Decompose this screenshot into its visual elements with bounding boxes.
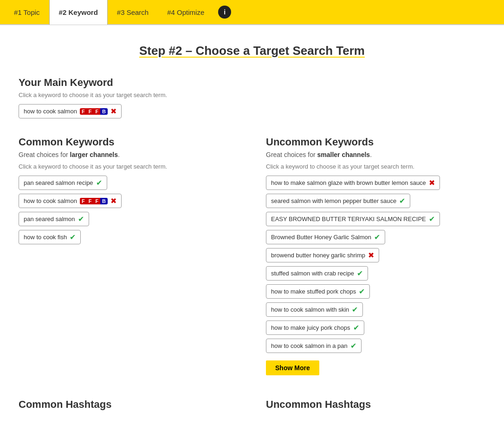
tab-search[interactable]: #3 Search [108, 0, 158, 25]
uncommon-keyword-4-text: Browned Butter Honey Garlic Salmon [271, 234, 371, 241]
nav-bar: #1 Topic #2 Keyword #3 Search #4 Optimiz… [0, 0, 504, 25]
uncommon-keyword-3-text: EASY BROWNED BUTTER TERIYAKI SALMON RECI… [271, 216, 426, 222]
common-keyword-3-text: pan seared salmon [24, 216, 75, 222]
info-icon[interactable]: i [218, 6, 231, 19]
main-keyword-title: Your Main Keyword [19, 77, 485, 89]
uncommon-keyword-2-text: seared salmon with lemon pepper butter s… [271, 197, 396, 204]
uncommon-keyword-10-text: how to cook salmon in a pan [271, 342, 348, 349]
uncommon-keyword-8-text: how to cook salmon with skin [271, 306, 349, 313]
main-keyword-section: Your Main Keyword Click a keyword to cho… [19, 77, 485, 122]
common-keyword-2-text: how to cook salmon [24, 197, 77, 204]
uncommon-keyword-1[interactable]: how to make salmon glaze with brown butt… [266, 176, 440, 190]
uncommon-keyword-10-check-icon: ✔ [350, 341, 356, 350]
main-content: Step #2 – Choose a Target Search Term Yo… [0, 25, 504, 423]
uncommon-keyword-8-check-icon: ✔ [352, 305, 358, 314]
common-keyword-3-check-icon: ✔ [78, 215, 84, 223]
uncommon-keyword-7-check-icon: ✔ [359, 287, 365, 296]
uncommon-keyword-9-text: how to make juicy pork chops [271, 324, 350, 331]
uncommon-keyword-7-text: how to make stuffed pork chops [271, 288, 356, 295]
uncommon-keyword-9-check-icon: ✔ [353, 323, 359, 332]
main-keyword-remove-icon[interactable]: ✖ [110, 107, 116, 116]
uncommon-keyword-3-check-icon: ✔ [429, 215, 435, 223]
uncommon-keyword-6[interactable]: stuffed salmon with crab recipe ✔ [266, 266, 368, 281]
main-keyword-pill[interactable]: how to cook salmon F F F B ✖ [19, 104, 122, 118]
common-hashtags-title: Common Hashtags [19, 399, 238, 411]
uncommon-keyword-5-x-icon: ✖ [368, 251, 374, 260]
uncommon-keyword-2-check-icon: ✔ [399, 196, 405, 205]
uncommon-keyword-4[interactable]: Browned Butter Honey Garlic Salmon ✔ [266, 230, 385, 244]
tab-optimize[interactable]: #4 Optimize [158, 0, 213, 25]
uncommon-keyword-6-check-icon: ✔ [357, 269, 363, 278]
common-subtitle-prefix: Great choices for [19, 151, 70, 158]
uncommon-keyword-4-check-icon: ✔ [374, 233, 380, 242]
main-keyword-hint: Click a keyword to choose it as your tar… [19, 92, 485, 98]
common-keyword-3[interactable]: pan seared salmon ✔ [19, 212, 89, 226]
hashtags-two-col: Common Hashtags Uncommon Hashtags [19, 399, 485, 413]
uncommon-keywords-title: Uncommon Keywords [266, 136, 485, 148]
common-keyword-1[interactable]: pan seared salmon recipe ✔ [19, 176, 107, 190]
common-hashtags-col: Common Hashtags [19, 399, 238, 413]
common-keyword-2[interactable]: how to cook salmon F F F B ✖ [19, 194, 122, 208]
common-keywords-subtitle: Great choices for larger channels. [19, 151, 238, 158]
common-keyword-4-check-icon: ✔ [70, 233, 76, 242]
keywords-two-col: Common Keywords Great choices for larger… [19, 136, 485, 375]
common-subtitle-suffix: . [118, 151, 120, 158]
uncommon-subtitle-bold: smaller channels [317, 151, 370, 158]
uncommon-keyword-5-text: browend butter honey garlic shrimp [271, 252, 365, 259]
common-subtitle-bold: larger channels [70, 151, 118, 158]
main-keyword-badges: F F F B [80, 108, 108, 115]
uncommon-keyword-3[interactable]: EASY BROWNED BUTTER TERIYAKI SALMON RECI… [266, 212, 440, 226]
uncommon-keyword-6-text: stuffed salmon with crab recipe [271, 270, 354, 277]
common-keyword-1-check-icon: ✔ [96, 178, 102, 187]
uncommon-keywords-col: Uncommon Keywords Great choices for smal… [266, 136, 485, 375]
uncommon-hashtags-title: Uncommon Hashtags [266, 399, 485, 411]
tab-topic[interactable]: #1 Topic [5, 0, 49, 25]
uncommon-keyword-1-text: how to make salmon glaze with brown butt… [271, 179, 426, 186]
common-keyword-4-text: how to cook fish [24, 234, 67, 241]
uncommon-subtitle-prefix: Great choices for [266, 151, 317, 158]
uncommon-keyword-8[interactable]: how to cook salmon with skin ✔ [266, 302, 363, 317]
common-keyword-2-badges: F F F B [80, 198, 108, 204]
uncommon-keyword-5[interactable]: browend butter honey garlic shrimp ✖ [266, 248, 379, 262]
common-keyword-2-x-icon[interactable]: ✖ [110, 196, 116, 205]
common-keyword-4[interactable]: how to cook fish ✔ [19, 230, 81, 244]
uncommon-keywords-hint: Click a keyword to choose it as your tar… [266, 163, 485, 170]
common-keywords-title: Common Keywords [19, 136, 238, 148]
common-keywords-col: Common Keywords Great choices for larger… [19, 136, 238, 375]
uncommon-keyword-1-x-icon: ✖ [429, 178, 435, 187]
uncommon-hashtags-col: Uncommon Hashtags [266, 399, 485, 413]
uncommon-keyword-10[interactable]: how to cook salmon in a pan ✔ [266, 339, 362, 353]
uncommon-keyword-2[interactable]: seared salmon with lemon pepper butter s… [266, 194, 410, 208]
uncommon-keywords-subtitle: Great choices for smaller channels. [266, 151, 485, 158]
uncommon-keyword-9[interactable]: how to make juicy pork chops ✔ [266, 320, 364, 335]
common-keywords-hint: Click a keyword to choose it as your tar… [19, 163, 238, 170]
uncommon-keyword-7[interactable]: how to make stuffed pork chops ✔ [266, 284, 370, 299]
tab-keyword[interactable]: #2 Keyword [49, 0, 108, 25]
uncommon-subtitle-suffix: . [370, 151, 372, 158]
show-more-button[interactable]: Show More [266, 360, 319, 375]
common-keyword-1-text: pan seared salmon recipe [24, 179, 93, 186]
page-title: Step #2 – Choose a Target Search Term [19, 44, 485, 58]
main-keyword-text: how to cook salmon [24, 108, 77, 115]
